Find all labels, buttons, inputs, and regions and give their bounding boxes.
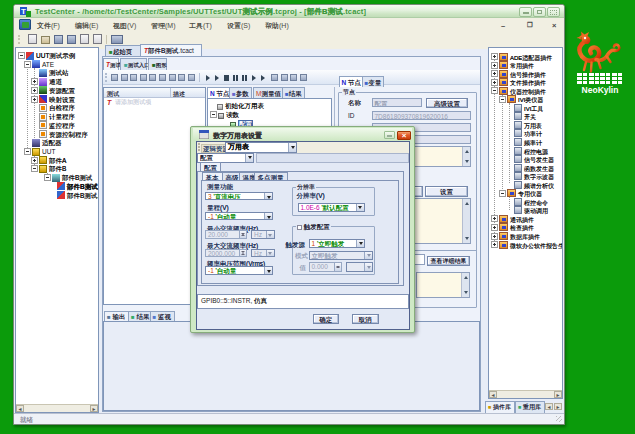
svg-text:T: T	[21, 7, 26, 16]
